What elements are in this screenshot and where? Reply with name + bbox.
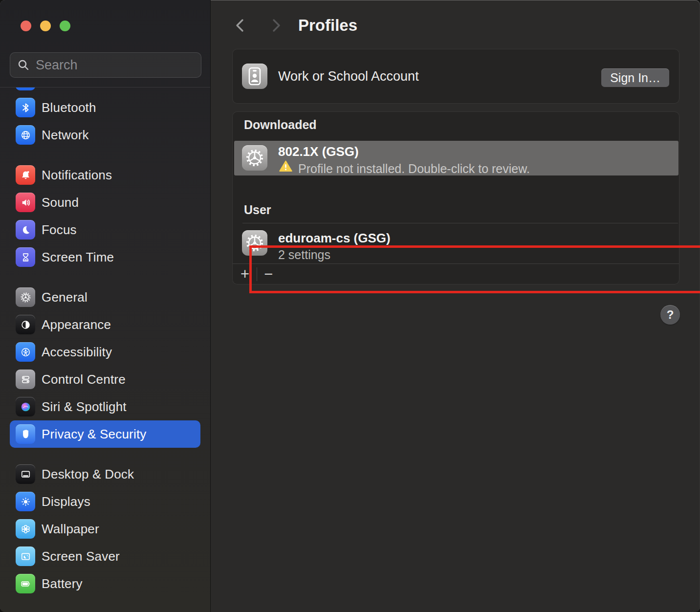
sidebar-item-label: Notifications [42,168,112,183]
sidebar-item-privacy-security[interactable]: Privacy & Security [10,420,200,448]
user-profile-detail: 2 settings [278,248,330,262]
divider [242,223,678,223]
sidebar-group-gap [0,149,210,161]
sidebar-item-network[interactable]: Network [10,121,200,149]
focus-icon [16,220,35,240]
warning-icon [279,160,292,174]
sidebar-item-label: Privacy & Security [42,427,147,442]
sidebar-item-screen-time[interactable]: Screen Time [10,243,200,271]
sidebar-item-label: Screen Saver [42,549,120,564]
sidebar-item-label: Battery [42,576,83,591]
downloaded-section-header: Downloaded [244,118,317,132]
battery-icon [16,574,35,593]
profile-row-8021x[interactable]: 802.1X (GSG) Profile not installed. Doub… [234,141,678,175]
sidebar-item-label: Wallpaper [42,522,99,537]
sidebar-item-label: Desktop & Dock [42,467,134,482]
sidebar-item-label: Displays [42,494,90,509]
screentime-icon [16,247,35,267]
sidebar-item-label: Accessibility [42,345,112,360]
search-input[interactable] [36,58,194,73]
divider [233,263,679,264]
sidebar-item-label: Bluetooth [42,100,96,115]
sidebar-item-label: Control Centre [42,372,126,387]
profile-status-text: Profile not installed. Double-click to r… [298,162,530,176]
user-section-header: User [244,203,271,217]
back-button[interactable] [233,18,248,33]
sidebar-item-sound[interactable]: Sound [10,189,200,216]
notifications-icon [16,165,35,185]
sidebar-item-control-centre[interactable]: Control Centre [10,366,200,393]
work-school-account-card: Work or School Account Sign In… [232,49,679,104]
sidebar-item-bluetooth[interactable]: Bluetooth [10,94,200,121]
profile-gear-icon [242,230,267,256]
traffic-lights [21,21,70,31]
general-icon [16,287,35,307]
screenshot-stage: BluetoothNetworkNotificationsSoundFocusS… [0,0,700,612]
sidebar-item-siri-spotlight[interactable]: Siri & Spotlight [10,393,200,420]
sidebar-group-gap [0,271,210,284]
appearance-icon [16,315,35,334]
sidebar-list: BluetoothNetworkNotificationsSoundFocusS… [0,87,210,612]
user-profile-name[interactable]: eduroam-cs (GSG) [278,231,391,246]
sound-icon [16,193,35,212]
zoom-button[interactable] [60,21,70,31]
profile-name: 802.1X (GSG) [278,144,359,159]
page-title: Profiles [298,16,357,35]
id-badge-icon [242,64,267,89]
sidebar-item-desktop-dock[interactable]: Desktop & Dock [10,460,200,488]
sidebar-item-accessibility[interactable]: Accessibility [10,338,200,366]
sidebar-item-appearance[interactable]: Appearance [10,311,200,338]
search-field[interactable] [10,52,201,78]
forward-button[interactable] [268,18,284,33]
accessibility-icon [16,342,35,362]
sidebar-item-displays[interactable]: Displays [10,488,200,515]
sidebar-item-label: Sound [42,195,79,210]
sidebar-group-gap [0,448,210,460]
search-icon [17,59,30,71]
system-settings-window: BluetoothNetworkNotificationsSoundFocusS… [0,0,700,612]
desktop-icon [16,464,35,484]
sidebar-item-battery[interactable]: Battery [10,570,200,597]
siri-icon [16,397,35,416]
sidebar-item-label: Siri & Spotlight [42,399,127,415]
network-icon [16,125,35,145]
sidebar-item-general[interactable]: General [10,284,200,311]
privacy-icon [16,424,35,444]
wifi-icon-partial [16,87,35,90]
minimize-button[interactable] [40,21,51,31]
controlcentre-icon [16,370,35,389]
sidebar-item-label: Appearance [42,317,111,332]
screensaver-icon [16,546,35,566]
close-button[interactable] [21,21,31,31]
sidebar-item-label: General [42,290,88,305]
displays-icon [16,492,35,511]
sidebar-item-label: Network [42,128,89,143]
sidebar-item-label: Focus [42,222,77,238]
account-card-label: Work or School Account [278,69,419,84]
profiles-card: Downloaded 802.1X (GSG) [232,111,679,284]
bluetooth-icon [16,98,35,117]
main-pane: Profiles Work or School Account Sign In…… [211,0,700,612]
sign-in-button[interactable]: Sign In… [601,68,669,87]
help-button[interactable]: ? [660,305,680,325]
sidebar-item-label: Screen Time [42,250,114,265]
sidebar: BluetoothNetworkNotificationsSoundFocusS… [0,0,211,612]
sidebar-item-screen-saver[interactable]: Screen Saver [10,543,200,570]
profile-gear-icon [242,145,267,171]
remove-profile-button[interactable]: − [258,263,279,284]
wallpaper-icon [16,519,35,539]
divider [257,267,257,281]
add-profile-button[interactable]: + [234,263,256,284]
sidebar-item-focus[interactable]: Focus [10,216,200,243]
sidebar-item-wallpaper[interactable]: Wallpaper [10,515,200,543]
sidebar-item-notifications[interactable]: Notifications [10,161,200,189]
